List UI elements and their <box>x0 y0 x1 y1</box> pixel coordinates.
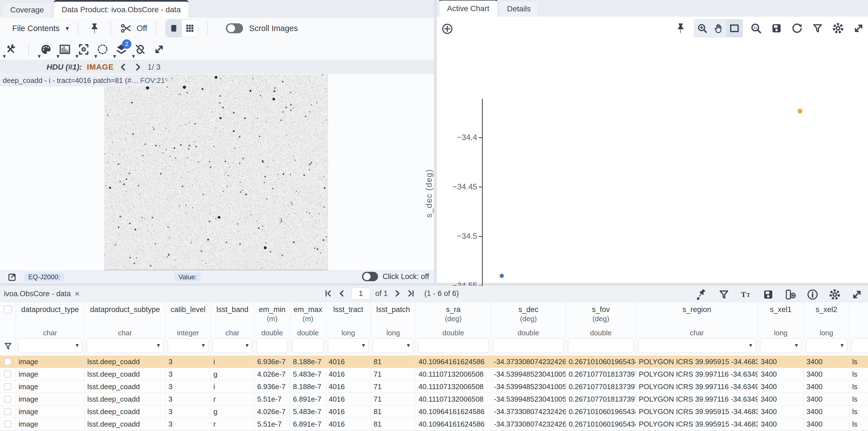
histogram-icon[interactable]: ▾ <box>58 41 72 57</box>
column-filter-input[interactable] <box>493 338 564 353</box>
fits-image-area[interactable]: deep_coadd - i - tract=4016 patch=81 (#…… <box>0 74 434 270</box>
filter-dropdown-caret-icon[interactable]: ▾ <box>841 342 844 349</box>
dropdown-caret-icon[interactable]: ▾ <box>3 53 6 59</box>
column-header-s_xel2[interactable]: s_xel2long▾ <box>804 302 849 356</box>
table-row[interactable]: imagelsst.deep_coadd3i6.936e-78.188e-740… <box>0 380 868 393</box>
grid-view-button[interactable] <box>182 20 198 37</box>
row-checkbox[interactable] <box>4 408 11 415</box>
column-filter-input[interactable] <box>292 338 324 353</box>
column-filter-input[interactable]: ▾ <box>328 338 369 353</box>
column-filter-input[interactable]: ▾ <box>638 338 756 353</box>
zoom-original-icon[interactable] <box>749 21 763 36</box>
column-header-lsst_tract[interactable]: lsst_tractlong▾ <box>326 302 371 356</box>
filter-dropdown-caret-icon[interactable]: ▾ <box>202 342 205 349</box>
column-filter-input[interactable]: ▾ <box>168 338 209 353</box>
expand-icon[interactable] <box>152 41 166 57</box>
data-point[interactable] <box>798 109 802 113</box>
dropdown-caret-icon[interactable]: ▾ <box>75 53 79 59</box>
select-area-button[interactable] <box>726 20 742 37</box>
filter-row-icon[interactable] <box>3 341 13 351</box>
palette-icon[interactable]: ▾ <box>39 41 53 57</box>
table-row[interactable]: imagelsst.deep_coadd3r5.51e-76.891e-7401… <box>0 418 868 430</box>
prev-page-icon[interactable] <box>338 289 346 298</box>
column-filter-input[interactable]: ▾ <box>213 338 252 353</box>
tab-active-chart[interactable]: Active Chart <box>439 0 497 17</box>
dropdown-caret-icon[interactable]: ▾ <box>113 53 116 59</box>
pin-icon[interactable] <box>674 21 688 36</box>
row-checkbox[interactable] <box>4 396 11 403</box>
open-new-window-icon[interactable] <box>7 272 17 282</box>
filter-dropdown-caret-icon[interactable]: ▾ <box>749 342 752 349</box>
save-icon[interactable] <box>761 287 775 302</box>
column-filter-input[interactable] <box>568 338 634 353</box>
single-view-button[interactable] <box>166 20 182 37</box>
table-row[interactable]: imagelsst.deep_coadd3i6.936e-78.188e-740… <box>0 355 868 368</box>
filter-icon[interactable] <box>810 21 825 36</box>
scroll-images-toggle[interactable] <box>226 23 243 33</box>
filter-icon[interactable] <box>717 287 731 302</box>
filter-dropdown-caret-icon[interactable]: ▾ <box>362 342 365 349</box>
region-icon[interactable]: ▾ <box>95 41 110 57</box>
filter-dropdown-caret-icon[interactable]: ▾ <box>76 342 79 349</box>
data-point[interactable] <box>500 274 504 278</box>
fits-image[interactable] <box>104 74 328 271</box>
column-header-s_dec[interactable]: s_dec(deg)double <box>491 302 566 356</box>
column-filter-input[interactable] <box>256 338 288 353</box>
select-all-checkbox[interactable] <box>4 305 12 314</box>
click-lock-toggle[interactable] <box>362 272 378 281</box>
dropdown-caret-icon[interactable]: ▾ <box>38 53 41 59</box>
table-row[interactable]: imagelsst.deep_coadd3g4.026e-75.483e-740… <box>0 368 868 380</box>
expand-icon[interactable] <box>850 287 864 302</box>
column-header-lsst_band[interactable]: lsst_bandchar▾ <box>211 302 254 356</box>
save-icon[interactable] <box>769 21 784 36</box>
info-icon[interactable] <box>805 287 820 302</box>
dropdown-caret-icon[interactable]: ▾ <box>57 53 60 59</box>
column-header-extra[interactable] <box>849 302 868 356</box>
close-icon[interactable]: × <box>75 289 80 298</box>
column-header-dataproduct_subtype[interactable]: dataproduct_subtypechar▾ <box>85 302 166 356</box>
zoom-select-button[interactable] <box>694 20 710 37</box>
row-checkbox[interactable] <box>4 358 11 365</box>
column-header-em_max[interactable]: em_max(m)double <box>290 302 326 356</box>
row-checkbox[interactable] <box>4 421 11 428</box>
scatter-chart[interactable]: s_ra (deg) s_dec (deg) 40.11140.110540.1… <box>437 40 868 281</box>
column-filter-input[interactable] <box>851 338 868 353</box>
dropdown-caret-icon[interactable]: ▾ <box>94 53 97 59</box>
first-page-icon[interactable] <box>324 289 333 298</box>
tab-details[interactable]: Details <box>499 1 539 17</box>
filter-dropdown-caret-icon[interactable]: ▾ <box>157 342 160 349</box>
unlink-icon[interactable]: ▾ <box>133 41 148 57</box>
pan-button[interactable] <box>710 20 726 37</box>
column-header-s_xel1[interactable]: s_xel1long▾ <box>758 302 804 356</box>
column-filter-input[interactable] <box>417 338 489 353</box>
table-row[interactable]: imagelsst.deep_coadd3r5.51e-76.891e-7401… <box>0 393 868 405</box>
column-header-em_min[interactable]: em_min(m)double <box>254 302 290 356</box>
dropdown-caret-icon[interactable]: ▾ <box>132 53 135 59</box>
column-filter-input[interactable]: ▾ <box>87 338 163 353</box>
add-column-icon[interactable] <box>783 287 798 302</box>
expand-icon[interactable] <box>851 21 866 36</box>
column-header-lsst_patch[interactable]: lsst_patchlong▾ <box>371 302 416 356</box>
column-filter-input[interactable]: ▾ <box>373 338 413 353</box>
next-page-icon[interactable] <box>393 289 402 298</box>
pin-icon[interactable] <box>87 21 102 36</box>
page-number-input[interactable]: 1 <box>351 287 370 299</box>
settings-icon[interactable] <box>831 21 845 36</box>
column-header-dataproduct_type[interactable]: dataproduct_typechar▾ <box>16 302 85 356</box>
column-header-s_fov[interactable]: s_fov(deg)double <box>566 302 636 356</box>
table-row[interactable]: imagelsst.deep_coadd3g4.026e-75.483e-740… <box>0 405 868 418</box>
tab-data-product-ivoa-obscore-data[interactable]: Data Product: ivoa.ObsCore - data <box>54 0 189 18</box>
column-header-s_region[interactable]: s_regionchar▾ <box>636 302 758 356</box>
last-page-icon[interactable] <box>407 289 415 298</box>
crop-toggle-button[interactable]: Off <box>120 22 147 34</box>
column-header-s_ra[interactable]: s_ra(deg)double <box>416 302 491 356</box>
filter-dropdown-caret-icon[interactable]: ▾ <box>795 342 798 349</box>
tools-icon[interactable]: ▾ <box>4 41 18 57</box>
column-header-calib_level[interactable]: calib_levelinteger▾ <box>166 302 211 356</box>
row-checkbox[interactable] <box>4 371 11 378</box>
text-view-icon[interactable] <box>739 287 753 302</box>
row-checkbox[interactable] <box>4 383 11 390</box>
hdu-prev-button[interactable] <box>119 62 128 72</box>
table-tab[interactable]: ivoa.ObsCore - data × <box>4 289 80 298</box>
filter-dropdown-caret-icon[interactable]: ▾ <box>246 342 249 349</box>
